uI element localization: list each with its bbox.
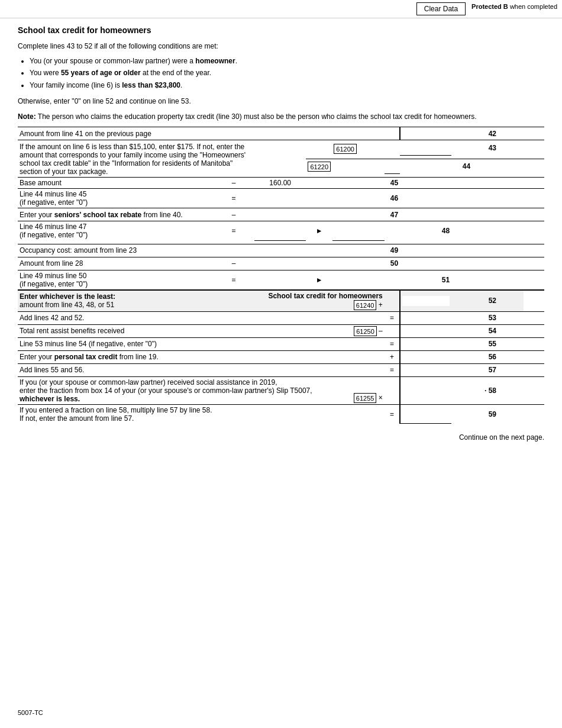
line-48-inputA[interactable] bbox=[256, 226, 305, 236]
line-58-num: · 58 bbox=[472, 376, 498, 404]
line-55-num: 55 bbox=[472, 337, 498, 350]
line-48-row: Line 46 minus line 47 (if negative, ente… bbox=[18, 221, 544, 241]
protected-b-label: Protected B when completed bbox=[471, 2, 557, 11]
line-54-desc: Total rent assist benefits received bbox=[18, 324, 306, 337]
line-56-row: Enter your personal tax credit from line… bbox=[18, 350, 544, 363]
line-59-input[interactable] bbox=[402, 409, 450, 419]
line-54-input[interactable] bbox=[402, 326, 450, 336]
line-53-num: 53 bbox=[472, 311, 498, 324]
line-47-input[interactable] bbox=[256, 210, 305, 220]
line-51-desc: Line 49 minus line 50 (if negative, ente… bbox=[18, 270, 213, 290]
line-52-input[interactable] bbox=[402, 296, 450, 306]
line-46-row: Line 44 minus line 45 (if negative, ente… bbox=[18, 189, 544, 208]
line-53-op: = bbox=[385, 311, 400, 324]
line-58-input[interactable] bbox=[402, 385, 450, 395]
line-43-input[interactable] bbox=[402, 143, 450, 153]
line-47-num: 47 bbox=[332, 208, 400, 221]
line-51-inputB[interactable] bbox=[334, 275, 383, 285]
line-53-field[interactable] bbox=[400, 311, 451, 324]
line-58-desc: If you (or your spouse or common-law par… bbox=[18, 376, 332, 404]
line-57-desc: Add lines 55 and 56. bbox=[18, 363, 385, 376]
main-content: School tax credit for homeowners Complet… bbox=[0, 18, 562, 453]
line-53-input[interactable] bbox=[402, 313, 450, 323]
line-52-row: Enter whichever is the least: amount fro… bbox=[18, 290, 544, 312]
line-42-num: 42 bbox=[472, 127, 498, 140]
intro-complete: Complete lines 43 to 52 if all of the fo… bbox=[18, 41, 544, 51]
line-49-field[interactable] bbox=[254, 244, 306, 257]
line-42-desc: Amount from line 41 on the previous page bbox=[18, 127, 400, 140]
line-57-field[interactable] bbox=[400, 363, 451, 376]
line-59-field[interactable] bbox=[400, 404, 451, 424]
line-59-op: = bbox=[385, 404, 400, 424]
line-56-field[interactable] bbox=[400, 350, 451, 363]
condition-3: Your family income (line 6) is less than… bbox=[30, 79, 544, 91]
line-50-input[interactable] bbox=[256, 259, 305, 269]
line-50-row: Amount from line 28 – 50 bbox=[18, 257, 544, 270]
line-54-field[interactable] bbox=[400, 324, 451, 337]
line-58-code: 61255 bbox=[354, 393, 377, 403]
line-44-num: 44 bbox=[451, 159, 472, 174]
line-55-desc: Line 53 minus line 54 (if negative, ente… bbox=[18, 337, 385, 350]
line-49-desc: Occupancy cost: amount from line 23 bbox=[18, 244, 213, 257]
line-48-inputB[interactable] bbox=[334, 226, 383, 236]
line-42-row: Amount from line 41 on the previous page… bbox=[18, 127, 544, 140]
line-52-field[interactable] bbox=[400, 290, 451, 312]
form-number: 5007-TC bbox=[18, 709, 43, 716]
line-48-fieldB[interactable] bbox=[332, 221, 385, 241]
conditions-list: You (or your spouse or common-law partne… bbox=[30, 55, 544, 91]
line-43-field[interactable] bbox=[400, 140, 451, 156]
otherwise-text: Otherwise, enter "0" on line 52 and cont… bbox=[18, 96, 544, 107]
note-paragraph: Note: The person who claims the educatio… bbox=[18, 111, 544, 122]
line-59-num: 59 bbox=[472, 404, 498, 424]
line-50-field[interactable] bbox=[254, 257, 306, 270]
line-56-op: + bbox=[385, 350, 400, 363]
line-54-code: 61250 bbox=[354, 326, 377, 336]
top-bar: Clear Data Protected B when completed bbox=[0, 0, 562, 18]
line-47-row: Enter your seniors' school tax rebate fr… bbox=[18, 208, 544, 221]
line-57-input[interactable] bbox=[402, 365, 450, 375]
line-43-desc: If the amount on line 6 is less than $15… bbox=[18, 140, 306, 178]
line-43-code: 61200 bbox=[334, 144, 357, 154]
condition-1: You (or your spouse or common-law partne… bbox=[30, 55, 544, 67]
line-46-desc: Line 44 minus line 45 (if negative, ente… bbox=[18, 189, 213, 208]
line-51-num: 51 bbox=[400, 270, 451, 290]
line-58-row: If you (or your spouse or common-law par… bbox=[18, 376, 544, 404]
line-47-field[interactable] bbox=[254, 208, 306, 221]
line-46-num: 46 bbox=[332, 189, 400, 208]
line-59-desc: If you entered a fraction on line 58, mu… bbox=[18, 404, 385, 424]
line-56-input[interactable] bbox=[402, 352, 450, 362]
line-52-num: 52 bbox=[472, 290, 498, 312]
line-55-op: = bbox=[385, 337, 400, 350]
line-42-input[interactable] bbox=[402, 128, 450, 138]
line-49-input[interactable] bbox=[256, 246, 305, 256]
line-51-inputA[interactable] bbox=[256, 275, 305, 285]
clear-data-button[interactable]: Clear Data bbox=[416, 2, 466, 15]
line-52-desc: Enter whichever is the least: amount fro… bbox=[18, 290, 254, 312]
line-55-input[interactable] bbox=[402, 339, 450, 349]
line-55-field[interactable] bbox=[400, 337, 451, 350]
line-47-desc: Enter your seniors' school tax rebate fr… bbox=[18, 208, 213, 221]
line-51-fieldA[interactable] bbox=[254, 270, 306, 290]
line-56-desc: Enter your personal tax credit from line… bbox=[18, 350, 385, 363]
line-51-fieldB[interactable] bbox=[332, 270, 385, 290]
line-55-row: Line 53 minus line 54 (if negative, ente… bbox=[18, 337, 544, 350]
line-46-field[interactable] bbox=[254, 189, 306, 208]
line-53-row: Add lines 42 and 52. = 53 bbox=[18, 311, 544, 324]
line-42-field[interactable] bbox=[400, 127, 451, 140]
line-57-row: Add lines 55 and 56. = 57 bbox=[18, 363, 544, 376]
line-45-row: Base amount – 160.00 45 bbox=[18, 178, 544, 189]
line-43-row: If the amount on line 6 is less than $15… bbox=[18, 140, 544, 156]
line-53-desc: Add lines 42 and 52. bbox=[18, 311, 385, 324]
line-45-desc: Base amount bbox=[18, 178, 213, 189]
page-title: School tax credit for homeowners bbox=[18, 25, 544, 35]
line-49-row: Occupancy cost: amount from line 23 49 bbox=[18, 244, 544, 257]
line-48-fieldA[interactable] bbox=[254, 221, 306, 241]
line-58-field[interactable] bbox=[400, 376, 451, 404]
line-57-op: = bbox=[385, 363, 400, 376]
line-44-field[interactable] bbox=[385, 159, 400, 174]
line-44-input[interactable] bbox=[386, 161, 398, 171]
line-51-row: Line 49 minus line 50 (if negative, ente… bbox=[18, 270, 544, 290]
line-50-desc: Amount from line 28 bbox=[18, 257, 213, 270]
line-46-input[interactable] bbox=[256, 194, 305, 204]
line-48-desc: Line 46 minus line 47 (if negative, ente… bbox=[18, 221, 213, 241]
